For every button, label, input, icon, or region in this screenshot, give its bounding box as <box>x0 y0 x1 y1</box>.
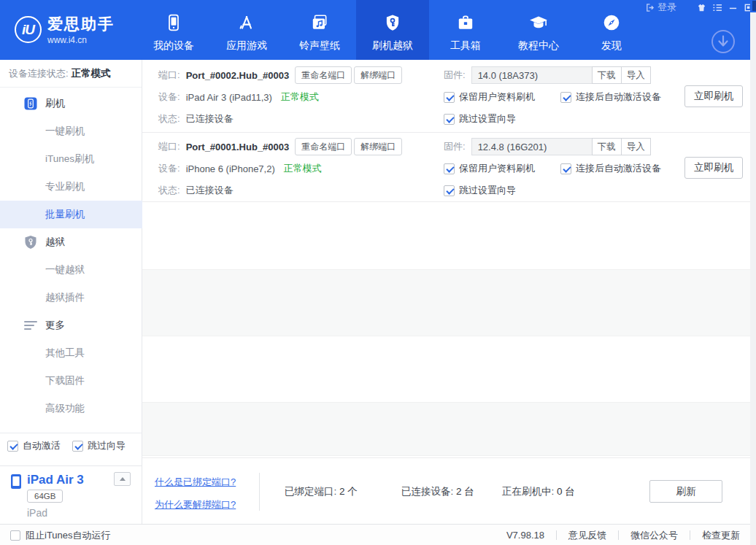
device-line: 设备: iPad Air 3 (iPad11,3) 正常模式 <box>158 86 319 108</box>
stat-label: 已绑定端口: <box>285 486 336 497</box>
unbind-port-button[interactable]: 解绑端口 <box>354 138 402 155</box>
sidebar-item-download-firmware[interactable]: 下载固件 <box>0 367 142 395</box>
sidebar-item-label: 越狱插件 <box>45 291 85 304</box>
import-button[interactable]: 导入 <box>621 66 651 84</box>
skin-icon[interactable] <box>697 3 706 12</box>
collapse-button[interactable] <box>114 472 131 486</box>
unbind-port-button[interactable]: 解绑端口 <box>354 66 402 84</box>
skip-setup-checkbox[interactable]: 跳过设置向导 <box>444 108 516 130</box>
tab-flash-jailbreak[interactable]: 刷机越狱 <box>356 0 429 60</box>
auto-activate-checkbox[interactable]: 自动激活 <box>7 439 61 452</box>
tab-discover[interactable]: 发现 <box>575 0 648 60</box>
checkbox-label: 阻止iTunes自动运行 <box>26 529 111 542</box>
tab-label: 工具箱 <box>450 39 481 53</box>
tab-label: 教程中心 <box>518 39 559 53</box>
connected-devices-stat: 已连接设备: 2 台 <box>401 485 474 498</box>
port-value: Port_#0001.Hub_#0003 <box>186 142 290 152</box>
skip-wizard-checkbox[interactable]: 跳过向导 <box>72 439 126 452</box>
rename-port-button[interactable]: 重命名端口 <box>295 66 352 84</box>
sidebar-item-jailbreak[interactable]: 越狱 <box>0 228 142 256</box>
device-phone-icon <box>10 474 22 490</box>
checkbox-checked <box>560 92 571 103</box>
wechat-link[interactable]: 微信公众号 <box>630 529 678 542</box>
menu-list-icon[interactable] <box>712 3 722 12</box>
stat-value: 0 台 <box>557 486 575 497</box>
auto-activate-after-checkbox[interactable]: 连接后自动激活设备 <box>560 86 661 108</box>
sidebar-item-label: 刷机 <box>45 97 65 110</box>
login-button[interactable]: 登录 <box>645 1 676 14</box>
login-label: 登录 <box>657 1 676 14</box>
firmware-label: 固件: <box>444 69 466 82</box>
status-label: 状态: <box>158 184 180 197</box>
refresh-button[interactable]: 刷新 <box>649 480 722 503</box>
status-line: 状态: 已连接设备 <box>158 108 234 130</box>
graduation-icon <box>528 12 549 34</box>
sidebar-item-flash[interactable]: 刷机 <box>0 90 142 117</box>
minimize-icon[interactable] <box>728 3 738 12</box>
download-button[interactable]: 下载 <box>592 66 622 84</box>
connection-status-label: 设备连接状态: <box>9 67 69 80</box>
download-manager-icon[interactable] <box>711 29 736 54</box>
checkbox-label: 跳过设置向导 <box>459 112 516 125</box>
skip-setup-checkbox[interactable]: 跳过设置向导 <box>444 179 516 201</box>
keep-data-checkbox[interactable]: 保留用户资料刷机 <box>444 86 535 108</box>
rename-port-button[interactable]: 重命名端口 <box>295 138 352 155</box>
tab-label: 应用游戏 <box>226 39 267 53</box>
sidebar-item-label: 高级功能 <box>45 402 85 415</box>
what-is-bound-port-link[interactable]: 什么是已绑定端口? <box>155 476 236 489</box>
checkbox-checked <box>7 441 18 452</box>
tab-apps-games[interactable]: 应用游戏 <box>210 0 283 60</box>
sidebar-item-batch-flash[interactable]: 批量刷机 <box>0 201 142 228</box>
firmware-line: 固件: 14.0 (18A373) 下载 导入 <box>444 64 651 86</box>
port-label: 端口: <box>158 69 180 82</box>
sidebar-item-pro-flash[interactable]: 专业刷机 <box>0 173 142 201</box>
checkbox-checked <box>444 114 455 125</box>
sidebar-item-label: 一键刷机 <box>45 125 85 138</box>
device-value: iPad Air 3 (iPad11,3) <box>186 92 272 103</box>
tab-label: 铃声壁纸 <box>299 39 340 53</box>
sidebar-item-label: 更多 <box>45 319 65 332</box>
firmware-field[interactable]: 14.0 (18A373) <box>471 66 593 84</box>
connection-status: 设备连接状态: 正常模式 <box>0 60 142 88</box>
tab-toolbox[interactable]: 工具箱 <box>429 0 502 60</box>
block-itunes-checkbox[interactable]: 阻止iTunes自动运行 <box>10 525 111 545</box>
checkbox-label: 保留用户资料刷机 <box>459 162 535 175</box>
download-button[interactable]: 下载 <box>592 138 622 155</box>
sidebar-item-label: 其他工具 <box>45 347 85 360</box>
sidebar-item-onekey-flash[interactable]: 一键刷机 <box>0 117 142 145</box>
feedback-link[interactable]: 意见反馈 <box>568 529 606 542</box>
keep-data-checkbox[interactable]: 保留用户资料刷机 <box>444 158 535 179</box>
sidebar-item-more[interactable]: 更多 <box>0 312 142 339</box>
flash-phone-icon <box>23 96 38 111</box>
sidebar-item-advanced[interactable]: 高级功能 <box>0 395 142 422</box>
vertical-divider <box>259 473 260 511</box>
sidebar-options: 自动激活 跳过向导 <box>7 439 137 452</box>
tab-label: 我的设备 <box>153 39 194 53</box>
ports-summary-panel: 什么是已绑定端口? 为什么要解绑端口? 已绑定端口: 2 个 已连接设备: 2 … <box>142 457 750 524</box>
nav-tabs: 我的设备 应用游戏 铃声壁纸 刷机越狱 工具箱 <box>137 0 648 60</box>
flash-now-button[interactable]: 立即刷机 <box>684 157 743 179</box>
flash-now-button[interactable]: 立即刷机 <box>684 85 743 107</box>
device-capacity-badge: 64GB <box>27 490 63 503</box>
sidebar-item-itunes-flash[interactable]: iTunes刷机 <box>0 145 142 173</box>
tab-ringtones-wallpapers[interactable]: 铃声壁纸 <box>283 0 356 60</box>
why-unbind-port-link[interactable]: 为什么要解绑端口? <box>155 498 236 511</box>
sidebar-item-jailbreak-plugins[interactable]: 越狱插件 <box>0 284 142 312</box>
checkbox-checked <box>444 92 455 103</box>
check-update-link[interactable]: 检查更新 <box>702 529 740 542</box>
stat-value: 2 台 <box>456 486 474 497</box>
sidebar-item-other-tools[interactable]: 其他工具 <box>0 339 142 367</box>
sidebar-item-onekey-jailbreak[interactable]: 一键越狱 <box>0 256 142 284</box>
app-url: www.i4.cn <box>47 35 115 45</box>
import-button[interactable]: 导入 <box>621 138 651 155</box>
checkbox-label: 连接后自动激活设备 <box>576 90 661 104</box>
empty-row <box>142 336 750 402</box>
connection-status-value: 正常模式 <box>72 67 111 80</box>
tab-tutorials[interactable]: 教程中心 <box>502 0 575 60</box>
firmware-field[interactable]: 12.4.8 (16G201) <box>471 138 593 155</box>
empty-row <box>142 269 750 336</box>
app-logo: iU 爱思助手 www.i4.cn <box>15 14 115 45</box>
tab-my-devices[interactable]: 我的设备 <box>137 0 210 60</box>
ringtone-icon <box>310 12 329 34</box>
auto-activate-after-checkbox[interactable]: 连接后自动激活设备 <box>560 158 661 179</box>
